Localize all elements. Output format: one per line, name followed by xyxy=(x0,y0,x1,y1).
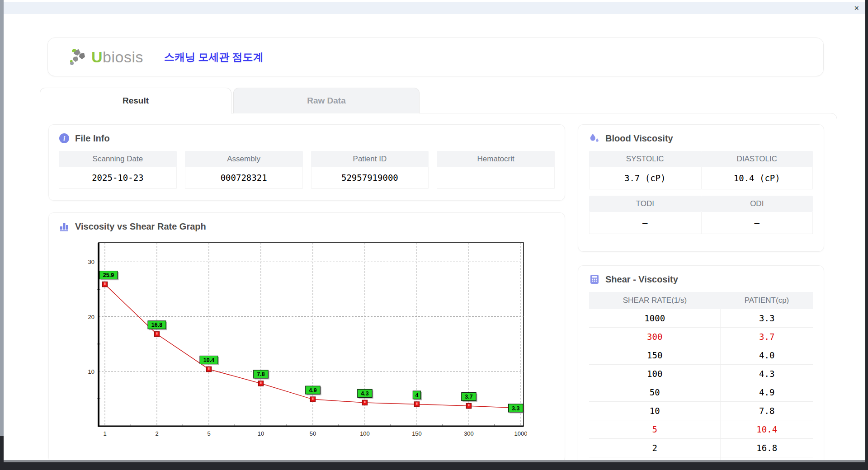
blood-viscosity-table: SYSTOLICDIASTOLIC 3.7 (cP)10.4 (cP) TODI… xyxy=(589,151,813,234)
table-row: 1 25.9 xyxy=(589,457,813,463)
field-label: Patient ID xyxy=(311,151,429,167)
metric-label: ODI xyxy=(701,196,813,212)
metric-label: TODI xyxy=(589,196,701,212)
svg-text:4: 4 xyxy=(415,392,419,399)
shear-rate-cell: 5 xyxy=(589,420,721,439)
table-row: 10 7.8 xyxy=(589,402,813,420)
table-row: 150 4.0 xyxy=(589,346,813,365)
info-icon: i xyxy=(59,133,70,144)
blood-viscosity-section: SYSTOLICDIASTOLIC 3.7 (cP)10.4 (cP) xyxy=(589,151,813,189)
field-value xyxy=(437,167,555,188)
metric-label: DIASTOLIC xyxy=(701,151,813,167)
field-value: 52957919000 xyxy=(311,167,429,188)
right-column: Blood Viscosity SYSTOLICDIASTOLIC 3.7 (c… xyxy=(578,124,824,462)
metric-value: – xyxy=(701,212,813,234)
file-info-field: Hematocrit xyxy=(437,151,555,188)
svg-text:4.9: 4.9 xyxy=(309,387,316,394)
patient-cell: 10.4 xyxy=(721,420,813,439)
viscosity-graph-card: Viscosity vs Shear Rate Graph 1020301251… xyxy=(48,212,565,462)
header-card: Ubiosis 스캐닝 모세관 점도계 xyxy=(47,38,824,76)
shear-rate-cell: 100 xyxy=(589,365,721,383)
shear-rate-cell: 1 xyxy=(589,457,721,463)
svg-text:7.8: 7.8 xyxy=(257,371,264,377)
window-titlebar: × xyxy=(4,2,865,14)
file-info-title: File Info xyxy=(75,133,110,144)
column-header-shear-rate: SHEAR RATE(1/s) xyxy=(589,292,721,309)
svg-text:5: 5 xyxy=(207,430,210,437)
metric-value: 10.4 (cP) xyxy=(701,167,813,189)
patient-cell: 3.3 xyxy=(721,309,813,328)
logo-letter-u: U xyxy=(91,48,103,66)
shear-viscosity-table: SHEAR RATE(1/s) PATIENT(cp) 1000 3.3 300… xyxy=(589,292,813,462)
svg-text:2: 2 xyxy=(155,430,158,437)
main-area: Ubiosis 스캐닝 모세관 점도계 Result Raw Data i Fi… xyxy=(4,38,865,462)
table-row: 1000 3.3 xyxy=(589,309,813,328)
svg-text:3.7: 3.7 xyxy=(465,394,472,400)
graph-title: Viscosity vs Shear Rate Graph xyxy=(75,221,206,232)
shear-viscosity-title: Shear - Viscosity xyxy=(605,274,678,285)
shear-rate-cell: 1000 xyxy=(589,309,721,328)
shear-viscosity-tbody: 1000 3.3 300 3.7 150 4.0 100 4.3 50 4.9 … xyxy=(589,309,813,462)
patient-cell: 4.9 xyxy=(721,383,813,402)
table-row: 300 3.7 xyxy=(589,328,813,346)
chart-svg: 1020301251050100150300100025.916.810.47.… xyxy=(72,239,527,451)
tab-result[interactable]: Result xyxy=(40,88,231,113)
blood-viscosity-title: Blood Viscosity xyxy=(605,133,673,144)
field-label: Assembly xyxy=(185,151,303,167)
app-window: × Ubiosis 스캐닝 모세관 점도계 xyxy=(4,0,865,462)
patient-cell: 25.9 xyxy=(721,457,813,463)
svg-text:16.8: 16.8 xyxy=(151,322,162,328)
field-value: 2025-10-23 xyxy=(59,167,177,188)
page-title: 스캐닝 모세관 점도계 xyxy=(164,50,264,64)
patient-cell: 7.8 xyxy=(721,402,813,420)
desktop-edge xyxy=(0,0,4,436)
tab-raw-data[interactable]: Raw Data xyxy=(233,88,420,113)
file-info-field: Scanning Date 2025-10-23 xyxy=(59,151,177,188)
svg-text:1000: 1000 xyxy=(514,430,527,437)
window-close-button[interactable]: × xyxy=(854,4,859,12)
logo-text: Ubiosis xyxy=(91,48,143,66)
ubiosis-logo-icon xyxy=(68,47,88,67)
ubiosis-logo: Ubiosis xyxy=(68,47,143,67)
file-info-grid: Scanning Date 2025-10-23 Assembly 000728… xyxy=(59,151,555,188)
svg-text:10.4: 10.4 xyxy=(203,357,214,363)
svg-text:3.3: 3.3 xyxy=(512,405,519,412)
droplets-icon xyxy=(589,133,600,144)
bar-chart-icon xyxy=(59,221,70,232)
file-info-field: Patient ID 52957919000 xyxy=(311,151,429,188)
field-value: 000728321 xyxy=(185,167,303,188)
column-header-patient: PATIENT(cp) xyxy=(721,292,813,309)
field-label: Scanning Date xyxy=(59,151,177,167)
patient-cell: 4.0 xyxy=(721,346,813,365)
metric-value: – xyxy=(589,212,701,234)
svg-text:100: 100 xyxy=(360,430,370,437)
viscosity-chart: 1020301251050100150300100025.916.810.47.… xyxy=(72,239,555,452)
blood-viscosity-card: Blood Viscosity SYSTOLICDIASTOLIC 3.7 (c… xyxy=(578,124,824,252)
patient-cell: 4.3 xyxy=(721,365,813,383)
svg-text:30: 30 xyxy=(88,258,94,265)
svg-text:25.9: 25.9 xyxy=(103,272,114,278)
shear-rate-cell: 2 xyxy=(589,439,721,457)
patient-cell: 3.7 xyxy=(721,328,813,346)
file-info-card: i File Info Scanning Date 2025-10-23 Ass… xyxy=(48,124,565,201)
shear-viscosity-card: Shear - Viscosity SHEAR RATE(1/s) PATIEN… xyxy=(578,265,824,462)
left-column: i File Info Scanning Date 2025-10-23 Ass… xyxy=(48,124,565,462)
svg-text:150: 150 xyxy=(412,430,422,437)
file-info-field: Assembly 000728321 xyxy=(185,151,303,188)
shear-rate-cell: 10 xyxy=(589,402,721,420)
table-row: 5 10.4 xyxy=(589,420,813,439)
svg-text:300: 300 xyxy=(464,430,474,437)
svg-text:10: 10 xyxy=(88,368,94,375)
table-row: 50 4.9 xyxy=(589,383,813,402)
svg-text:10: 10 xyxy=(258,430,264,437)
tab-bar: Result Raw Data xyxy=(40,88,837,113)
svg-text:50: 50 xyxy=(310,430,316,437)
shear-rate-cell: 300 xyxy=(589,328,721,346)
patient-cell: 16.8 xyxy=(721,439,813,457)
field-label: Hematocrit xyxy=(437,151,555,167)
svg-text:4.3: 4.3 xyxy=(361,390,368,397)
metric-value: 3.7 (cP) xyxy=(589,167,701,189)
metric-label: SYSTOLIC xyxy=(589,151,701,167)
calculator-icon xyxy=(589,274,600,285)
blood-viscosity-section: TODIODI –– xyxy=(589,196,813,234)
